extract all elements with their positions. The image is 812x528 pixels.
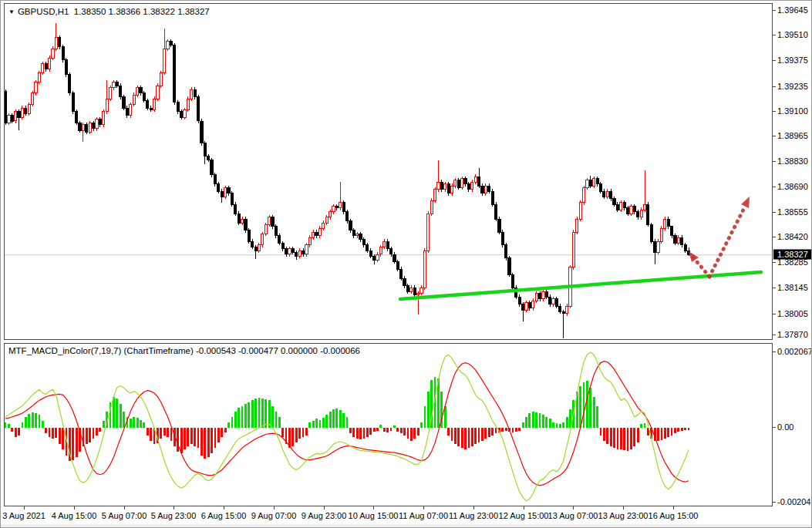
price-axis-tick [773,237,776,237]
price-axis-label: 1.38690 [777,183,808,191]
price-axis-tick [773,136,776,136]
macd-axis-tick [773,351,776,352]
price-axis-label: 1.38555 [777,207,808,216]
macd-axis-label: 0.00 [777,423,793,432]
time-axis-tick [24,506,25,510]
price-axis-label: 1.38420 [777,233,808,241]
macd-axis-label: 0.002067 [777,348,812,356]
time-axis-tick [473,506,474,510]
price-axis-tick [773,212,776,213]
price-axis-label: 1.38830 [777,156,808,165]
price-axis-tick [773,288,776,288]
chart-window: ▼GBPUSD,H1 1.38350 1.38366 1.38322 1.383… [0,0,812,528]
time-axis-tick [423,506,424,510]
price-axis-label: 1.38005 [777,310,808,318]
price-axis-tick [773,86,776,87]
macd-axis-tick [773,502,776,503]
price-axis-tick [773,10,776,11]
price-axis-label: 1.38965 [777,132,808,140]
projection-arrow-up [709,197,750,277]
time-axis-tick [324,506,325,510]
chart-menu-icon[interactable]: ▼ [8,8,15,15]
price-axis-label: 1.39510 [777,31,808,39]
price-axis-label: 1.39235 [777,82,808,90]
price-axis-tick [773,35,776,35]
time-axis-tick [274,506,275,510]
price-axis[interactable]: 1.38327 1.396451.395101.393751.392351.39… [773,1,812,528]
indicator-label: MTF_MACD_inColor(7,19,7) (ChartTimeframe… [8,346,360,355]
support-trendline[interactable] [400,272,761,299]
time-axis-tick [224,506,224,510]
price-axis-tick [773,187,776,187]
time-axis-tick [623,506,624,510]
chart-ohlc-header: ▼GBPUSD,H1 1.38350 1.38366 1.38322 1.383… [8,7,210,17]
time-axis-tick [74,506,75,510]
macd-chart[interactable] [5,344,772,506]
price-axis-tick [773,111,776,112]
time-axis-tick [174,506,174,510]
macd-indicator-panel[interactable]: MTF_MACD_inColor(7,19,7) (ChartTimeframe… [4,343,773,506]
macd-axis-tick [773,427,776,428]
time-axis-tick [373,506,374,510]
time-axis-tick [573,506,574,510]
price-chart-panel[interactable]: ▼GBPUSD,H1 1.38350 1.38366 1.38322 1.383… [4,3,773,340]
price-axis-label: 1.37870 [777,331,808,339]
ohlc-high: 1.38366 [109,7,141,16]
ohlc-close: 1.38327 [177,7,210,16]
candlestick-chart[interactable] [5,4,772,339]
price-axis-tick [773,262,776,263]
time-axis-tick [524,506,524,510]
price-axis-tick [773,335,776,335]
price-axis-label: 1.39100 [777,106,808,115]
price-axis-tick [773,161,776,162]
time-axis-label: 16 Aug 15:00 [638,511,708,520]
symbol-period-label: GBPUSD,H1 [18,7,69,16]
time-axis[interactable]: 3 Aug 20214 Aug 15:005 Aug 07:005 Aug 23… [1,506,812,525]
price-axis-label: 1.39645 [777,6,808,15]
ohlc-open: 1.38350 [74,7,106,16]
time-axis-tick [124,506,125,510]
macd-axis-label: -0.002049 [777,498,812,506]
price-axis-tick [773,314,776,314]
current-price-tag: 1.38327 [773,249,812,259]
price-axis-label: 1.38145 [777,284,808,292]
price-axis-label: 1.39375 [777,55,808,64]
time-axis-tick [673,506,674,510]
window-bottom-strip [1,524,812,528]
ohlc-low: 1.38322 [143,7,175,16]
price-axis-tick [773,60,776,61]
candles [5,23,690,338]
